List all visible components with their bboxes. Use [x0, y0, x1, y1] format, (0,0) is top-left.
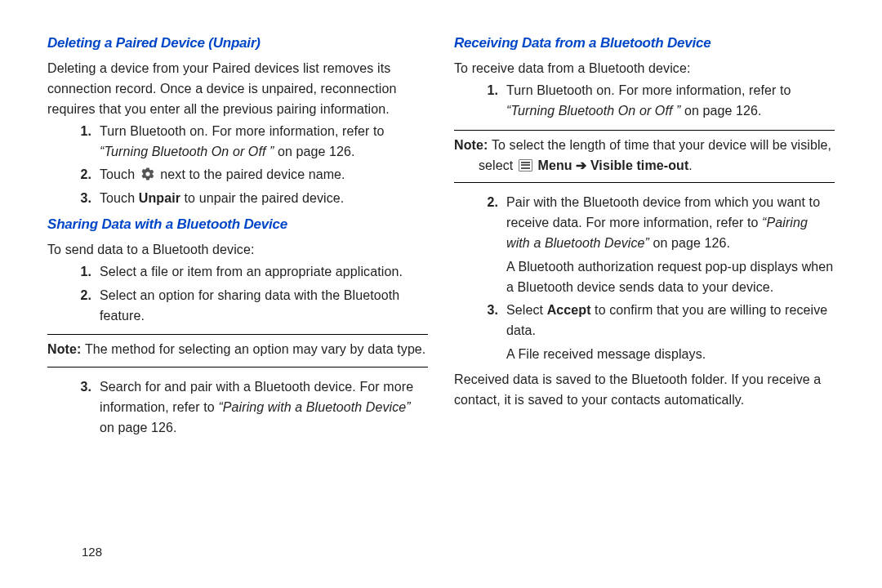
- step-number: 1.: [47, 122, 100, 163]
- menu-icon: [519, 159, 532, 172]
- step-text: Touch: [100, 167, 139, 181]
- unpair-step-1: 1. Turn Bluetooth on. For more informati…: [47, 122, 428, 163]
- arrow-icon: ➔: [572, 158, 590, 172]
- step-text: to unpair the paired device.: [180, 191, 344, 205]
- step-text: next to the paired device name.: [160, 167, 345, 181]
- sharing-step-2: 2. Select an option for sharing data wit…: [47, 286, 428, 327]
- heading-unpair: Deleting a Paired Device (Unpair): [47, 33, 428, 54]
- step-number: 3.: [454, 301, 506, 364]
- page-number: 128: [82, 545, 102, 559]
- step-text: Turn Bluetooth on. For more information,…: [506, 83, 791, 97]
- ui-label-menu: Menu: [538, 158, 572, 172]
- sharing-steps-before-note: 1. Select a file or item from an appropr…: [47, 262, 428, 326]
- step-number: 3.: [47, 377, 100, 438]
- sharing-step-3: 3. Search for and pair with a Bluetooth …: [47, 377, 428, 438]
- heading-receiving: Receiving Data from a Bluetooth Device: [454, 33, 835, 54]
- step-text: Select: [506, 303, 547, 317]
- sharing-intro: To send data to a Bluetooth device:: [47, 240, 428, 261]
- step-number: 2.: [454, 193, 506, 297]
- step-sub-text: A Bluetooth authorization request pop-up…: [506, 257, 835, 298]
- ui-label-accept: Accept: [547, 303, 591, 317]
- page: Deleting a Paired Device (Unpair) Deleti…: [0, 0, 882, 588]
- ui-label-visible-timeout: Visible time-out: [590, 158, 688, 172]
- step-text: on page 126.: [274, 145, 354, 158]
- ui-label-unpair: Unpair: [139, 191, 180, 205]
- note-text: The method for selecting an option may v…: [85, 342, 425, 356]
- step-number: 3.: [47, 189, 100, 209]
- unpair-intro: Deleting a device from your Paired devic…: [47, 59, 428, 119]
- unpair-step-2: 2. Touch next to the paired device name.: [47, 165, 428, 185]
- receiving-steps-before-note: 1. Turn Bluetooth on. For more informati…: [454, 81, 835, 122]
- note-text: .: [688, 158, 693, 172]
- left-column: Deleting a Paired Device (Unpair) Deleti…: [47, 33, 441, 572]
- step-sub-text: A File received message displays.: [506, 345, 835, 365]
- heading-sharing: Sharing Data with a Bluetooth Device: [47, 214, 428, 235]
- sharing-steps-after-note: 3. Search for and pair with a Bluetooth …: [47, 377, 428, 438]
- step-text: on page 126.: [649, 236, 730, 250]
- note-box: Note: To select the length of time that …: [454, 130, 835, 184]
- step-number: 2.: [47, 286, 100, 327]
- note-label: Note:: [47, 342, 85, 356]
- step-number: 2.: [47, 165, 100, 185]
- step-number: 1.: [47, 262, 100, 283]
- cross-reference: “Turning Bluetooth On or Off ”: [100, 145, 274, 158]
- step-text: on page 126.: [680, 104, 761, 118]
- cross-reference: “Pairing with a Bluetooth Device”: [218, 400, 410, 414]
- note-label: Note:: [454, 138, 492, 152]
- note-box: Note: The method for selecting an option…: [47, 334, 428, 368]
- receiving-step-1: 1. Turn Bluetooth on. For more informati…: [454, 81, 835, 122]
- step-text: on page 126.: [100, 421, 177, 434]
- unpair-step-3: 3. Touch Unpair to unpair the paired dev…: [47, 189, 428, 209]
- gear-icon: [140, 167, 155, 181]
- right-column: Receiving Data from a Bluetooth Device T…: [441, 33, 835, 572]
- receiving-outro: Received data is saved to the Bluetooth …: [454, 370, 835, 411]
- receiving-steps-after-note: 2. Pair with the Bluetooth device from w…: [454, 193, 835, 364]
- receiving-step-3: 3. Select Accept to confirm that you are…: [454, 301, 835, 364]
- cross-reference: “Turning Bluetooth On or Off ”: [506, 104, 680, 118]
- unpair-steps: 1. Turn Bluetooth on. For more informati…: [47, 122, 428, 209]
- step-text: Select an option for sharing data with t…: [100, 286, 428, 327]
- step-text: Turn Bluetooth on. For more information,…: [100, 124, 384, 138]
- receiving-intro: To receive data from a Bluetooth device:: [454, 59, 835, 79]
- sharing-step-1: 1. Select a file or item from an appropr…: [47, 262, 428, 283]
- step-text: Select a file or item from an appropriat…: [100, 262, 428, 283]
- step-text: Touch: [100, 191, 139, 205]
- step-number: 1.: [454, 81, 506, 122]
- receiving-step-2: 2. Pair with the Bluetooth device from w…: [454, 193, 835, 297]
